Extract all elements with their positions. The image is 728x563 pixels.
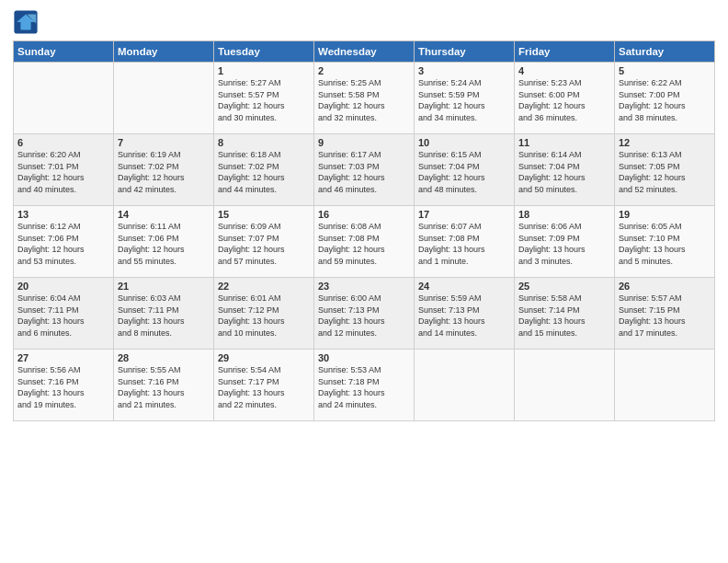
day-number: 21	[118, 281, 210, 292]
day-info: Sunrise: 6:19 AM Sunset: 7:02 PM Dayligh…	[118, 149, 210, 195]
logo-icon	[13, 9, 39, 35]
day-number: 1	[218, 65, 310, 76]
day-number: 14	[118, 209, 210, 220]
col-header-sunday: Sunday	[14, 41, 114, 63]
day-number: 13	[17, 209, 109, 220]
day-cell: 11Sunrise: 6:14 AM Sunset: 7:04 PM Dayli…	[515, 134, 615, 206]
day-info: Sunrise: 6:03 AM Sunset: 7:11 PM Dayligh…	[118, 293, 210, 339]
day-info: Sunrise: 6:17 AM Sunset: 7:03 PM Dayligh…	[318, 149, 410, 195]
day-number: 20	[17, 281, 109, 292]
week-row-5: 27Sunrise: 5:56 AM Sunset: 7:16 PM Dayli…	[14, 350, 715, 421]
day-number: 28	[118, 352, 210, 363]
day-info: Sunrise: 6:04 AM Sunset: 7:11 PM Dayligh…	[17, 293, 109, 339]
day-cell: 5Sunrise: 6:22 AM Sunset: 7:00 PM Daylig…	[615, 63, 715, 134]
col-header-saturday: Saturday	[615, 41, 715, 63]
day-info: Sunrise: 5:53 AM Sunset: 7:18 PM Dayligh…	[318, 364, 410, 410]
day-info: Sunrise: 6:20 AM Sunset: 7:01 PM Dayligh…	[17, 149, 109, 195]
day-cell	[415, 350, 515, 421]
day-cell	[615, 350, 715, 421]
col-header-friday: Friday	[515, 41, 615, 63]
week-row-1: 1Sunrise: 5:27 AM Sunset: 5:57 PM Daylig…	[14, 63, 715, 134]
day-info: Sunrise: 5:55 AM Sunset: 7:16 PM Dayligh…	[118, 364, 210, 410]
calendar-header-row: SundayMondayTuesdayWednesdayThursdayFrid…	[14, 41, 715, 63]
calendar-table: SundayMondayTuesdayWednesdayThursdayFrid…	[13, 40, 715, 421]
day-cell: 28Sunrise: 5:55 AM Sunset: 7:16 PM Dayli…	[114, 350, 214, 421]
col-header-tuesday: Tuesday	[214, 41, 314, 63]
day-info: Sunrise: 5:27 AM Sunset: 5:57 PM Dayligh…	[218, 77, 310, 123]
day-cell: 19Sunrise: 6:05 AM Sunset: 7:10 PM Dayli…	[615, 206, 715, 278]
day-cell: 27Sunrise: 5:56 AM Sunset: 7:16 PM Dayli…	[14, 350, 114, 421]
day-cell: 7Sunrise: 6:19 AM Sunset: 7:02 PM Daylig…	[114, 134, 214, 206]
day-cell: 25Sunrise: 5:58 AM Sunset: 7:14 PM Dayli…	[515, 278, 615, 350]
day-cell: 13Sunrise: 6:12 AM Sunset: 7:06 PM Dayli…	[14, 206, 114, 278]
day-number: 18	[518, 209, 610, 220]
day-info: Sunrise: 5:58 AM Sunset: 7:14 PM Dayligh…	[518, 293, 610, 339]
day-number: 30	[318, 352, 410, 363]
day-cell: 14Sunrise: 6:11 AM Sunset: 7:06 PM Dayli…	[114, 206, 214, 278]
day-cell: 10Sunrise: 6:15 AM Sunset: 7:04 PM Dayli…	[415, 134, 515, 206]
day-cell: 21Sunrise: 6:03 AM Sunset: 7:11 PM Dayli…	[114, 278, 214, 350]
day-info: Sunrise: 6:11 AM Sunset: 7:06 PM Dayligh…	[118, 221, 210, 267]
day-number: 12	[619, 137, 711, 148]
day-info: Sunrise: 6:08 AM Sunset: 7:08 PM Dayligh…	[318, 221, 410, 267]
day-cell	[114, 63, 214, 134]
day-info: Sunrise: 6:05 AM Sunset: 7:10 PM Dayligh…	[619, 221, 711, 267]
day-number: 19	[619, 209, 711, 220]
day-number: 5	[619, 65, 711, 76]
day-info: Sunrise: 6:13 AM Sunset: 7:05 PM Dayligh…	[619, 149, 711, 195]
day-cell: 17Sunrise: 6:07 AM Sunset: 7:08 PM Dayli…	[415, 206, 515, 278]
day-info: Sunrise: 5:23 AM Sunset: 6:00 PM Dayligh…	[518, 77, 610, 123]
day-cell: 18Sunrise: 6:06 AM Sunset: 7:09 PM Dayli…	[515, 206, 615, 278]
day-info: Sunrise: 6:00 AM Sunset: 7:13 PM Dayligh…	[318, 293, 410, 339]
day-cell: 20Sunrise: 6:04 AM Sunset: 7:11 PM Dayli…	[14, 278, 114, 350]
day-number: 7	[118, 137, 210, 148]
day-cell: 6Sunrise: 6:20 AM Sunset: 7:01 PM Daylig…	[14, 134, 114, 206]
day-number: 4	[518, 65, 610, 76]
day-info: Sunrise: 6:12 AM Sunset: 7:06 PM Dayligh…	[17, 221, 109, 267]
day-info: Sunrise: 5:56 AM Sunset: 7:16 PM Dayligh…	[17, 364, 109, 410]
day-cell	[14, 63, 114, 134]
day-cell: 1Sunrise: 5:27 AM Sunset: 5:57 PM Daylig…	[214, 63, 314, 134]
day-info: Sunrise: 6:01 AM Sunset: 7:12 PM Dayligh…	[218, 293, 310, 339]
day-number: 26	[619, 281, 711, 292]
week-row-3: 13Sunrise: 6:12 AM Sunset: 7:06 PM Dayli…	[14, 206, 715, 278]
day-number: 3	[418, 65, 510, 76]
page-container: SundayMondayTuesdayWednesdayThursdayFrid…	[0, 0, 728, 431]
week-row-2: 6Sunrise: 6:20 AM Sunset: 7:01 PM Daylig…	[14, 134, 715, 206]
day-info: Sunrise: 6:18 AM Sunset: 7:02 PM Dayligh…	[218, 149, 310, 195]
day-number: 8	[218, 137, 310, 148]
day-info: Sunrise: 6:22 AM Sunset: 7:00 PM Dayligh…	[619, 77, 711, 123]
day-cell	[515, 350, 615, 421]
day-number: 24	[418, 281, 510, 292]
header	[13, 9, 715, 35]
day-info: Sunrise: 6:07 AM Sunset: 7:08 PM Dayligh…	[418, 221, 510, 267]
day-cell: 3Sunrise: 5:24 AM Sunset: 5:59 PM Daylig…	[415, 63, 515, 134]
day-cell: 4Sunrise: 5:23 AM Sunset: 6:00 PM Daylig…	[515, 63, 615, 134]
day-cell: 29Sunrise: 5:54 AM Sunset: 7:17 PM Dayli…	[214, 350, 314, 421]
day-cell: 2Sunrise: 5:25 AM Sunset: 5:58 PM Daylig…	[314, 63, 415, 134]
day-cell: 30Sunrise: 5:53 AM Sunset: 7:18 PM Dayli…	[314, 350, 415, 421]
day-number: 22	[218, 281, 310, 292]
day-number: 29	[218, 352, 310, 363]
day-cell: 22Sunrise: 6:01 AM Sunset: 7:12 PM Dayli…	[214, 278, 314, 350]
day-number: 11	[518, 137, 610, 148]
day-number: 27	[17, 352, 109, 363]
day-number: 17	[418, 209, 510, 220]
day-cell: 26Sunrise: 5:57 AM Sunset: 7:15 PM Dayli…	[615, 278, 715, 350]
day-cell: 8Sunrise: 6:18 AM Sunset: 7:02 PM Daylig…	[214, 134, 314, 206]
day-cell: 24Sunrise: 5:59 AM Sunset: 7:13 PM Dayli…	[415, 278, 515, 350]
day-cell: 15Sunrise: 6:09 AM Sunset: 7:07 PM Dayli…	[214, 206, 314, 278]
day-info: Sunrise: 6:06 AM Sunset: 7:09 PM Dayligh…	[518, 221, 610, 267]
day-number: 10	[418, 137, 510, 148]
logo	[13, 9, 42, 35]
day-cell: 12Sunrise: 6:13 AM Sunset: 7:05 PM Dayli…	[615, 134, 715, 206]
day-cell: 16Sunrise: 6:08 AM Sunset: 7:08 PM Dayli…	[314, 206, 415, 278]
day-info: Sunrise: 6:09 AM Sunset: 7:07 PM Dayligh…	[218, 221, 310, 267]
day-number: 23	[318, 281, 410, 292]
day-info: Sunrise: 5:25 AM Sunset: 5:58 PM Dayligh…	[318, 77, 410, 123]
day-number: 2	[318, 65, 410, 76]
day-cell: 23Sunrise: 6:00 AM Sunset: 7:13 PM Dayli…	[314, 278, 415, 350]
day-info: Sunrise: 5:57 AM Sunset: 7:15 PM Dayligh…	[619, 293, 711, 339]
day-cell: 9Sunrise: 6:17 AM Sunset: 7:03 PM Daylig…	[314, 134, 415, 206]
day-number: 15	[218, 209, 310, 220]
